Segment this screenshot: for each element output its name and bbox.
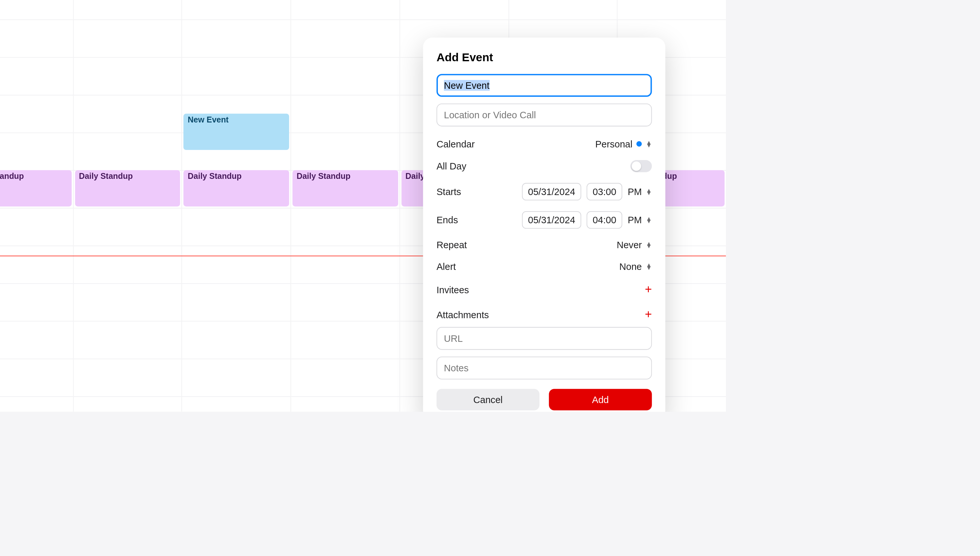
alert-select[interactable]: None▲▼ [619,261,652,272]
ends-date-input[interactable]: 05/31/2024 [522,211,581,229]
repeat-select[interactable]: Never▲▼ [617,239,652,250]
invitees-label: Invitees [437,284,469,295]
notes-input[interactable] [437,356,652,380]
calendar-area: May2024 Day Week Month Today 26Sun 27Mon… [0,0,726,412]
event-daily-standup[interactable]: Daily Standup [75,170,180,206]
day-column-mon[interactable]: Daily Standup [73,0,182,412]
event-daily-standup[interactable]: Daily Standup [184,170,289,206]
add-event-popover: Add Event New Event Calendar Personal ▲▼… [423,37,665,412]
attachments-label: Attachments [437,309,489,320]
chevron-updown-icon: ▲▼ [646,242,652,247]
repeat-label: Repeat [437,239,467,250]
event-name-input[interactable]: New Event [437,74,652,97]
event-location-input[interactable] [437,104,652,127]
alert-label: Alert [437,261,456,272]
url-input[interactable] [437,327,652,350]
starts-label: Starts [437,186,461,197]
alert-value: None [619,261,642,272]
ends-label: Ends [437,215,458,225]
event-new-tue[interactable]: New Event [184,114,289,150]
calendar-color-dot-icon [637,141,642,147]
repeat-value: Never [617,239,642,250]
allday-field-label: All Day [437,161,466,171]
starts-ampm-select[interactable]: PM▲▼ [628,186,652,197]
calendar-field-label: Calendar [437,139,475,149]
event-daily-standup[interactable]: Daily Standup [0,170,72,206]
chevron-updown-icon: ▲▼ [646,141,652,147]
allday-toggle[interactable] [630,160,652,172]
calendar-select[interactable]: Personal ▲▼ [595,139,652,149]
starts-ampm-value: PM [628,186,642,197]
ends-ampm-value: PM [628,215,642,225]
add-attachment-button[interactable]: + [645,307,652,322]
calendar-select-value: Personal [595,139,632,149]
add-button[interactable]: Add [549,389,652,410]
add-invitee-button[interactable]: + [645,283,652,297]
day-column-wed[interactable]: Daily Standup [291,0,399,412]
day-column-tue[interactable]: Daily StandupNew Event [182,0,291,412]
popover-title: Add Event [437,51,652,65]
ends-ampm-select[interactable]: PM▲▼ [628,215,652,225]
chevron-updown-icon: ▲▼ [646,217,652,223]
chevron-updown-icon: ▲▼ [646,189,652,194]
event-daily-standup[interactable]: Daily Standup [293,170,398,206]
day-column-sun[interactable]: Daily Standup [0,0,73,412]
starts-time-input[interactable]: 03:00 [587,183,622,200]
event-name-value: New Event [444,80,490,91]
chevron-updown-icon: ▲▼ [646,264,652,269]
cancel-button[interactable]: Cancel [437,389,540,410]
ends-time-input[interactable]: 04:00 [587,211,622,229]
starts-date-input[interactable]: 05/31/2024 [522,183,581,200]
